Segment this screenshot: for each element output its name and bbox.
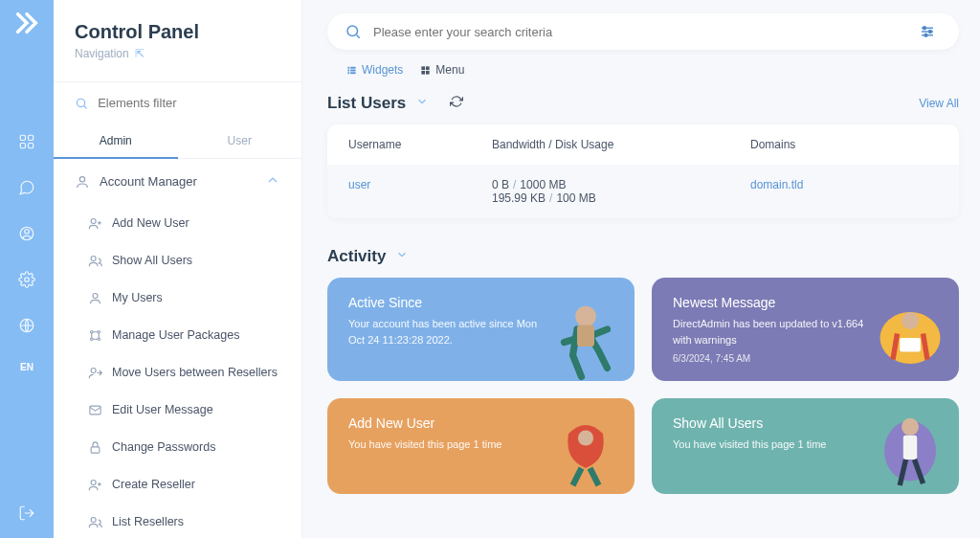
th-domains: Domains	[750, 138, 938, 151]
svg-point-20	[91, 480, 96, 484]
svg-rect-27	[347, 69, 349, 71]
card-active-since[interactable]: Active Since Your account has been activ…	[327, 278, 635, 381]
svg-point-11	[91, 256, 96, 260]
svg-point-17	[91, 368, 96, 372]
subnav-menu[interactable]: Menu	[420, 63, 464, 77]
list-icon	[346, 65, 357, 76]
svg-rect-37	[577, 325, 594, 347]
expand-icon[interactable]: ⇱	[135, 47, 145, 60]
svg-point-6	[25, 278, 30, 282]
svg-rect-31	[350, 72, 356, 74]
svg-rect-26	[347, 66, 349, 68]
view-all-link[interactable]: View All	[919, 97, 959, 110]
tab-user[interactable]: User	[178, 124, 302, 159]
table-row: user 0 B/1000 MB 195.99 KB/100 MB domain…	[327, 165, 959, 218]
search-icon	[345, 23, 362, 40]
svg-point-15	[91, 338, 94, 341]
svg-rect-19	[91, 447, 100, 453]
chevron-up-icon	[265, 172, 280, 191]
svg-rect-29	[350, 66, 356, 68]
illustration-person-walking	[867, 408, 953, 494]
tab-admin[interactable]: Admin	[54, 124, 178, 159]
svg-point-41	[578, 430, 593, 445]
sidebar-item-edit-user-message[interactable]: Edit User Message	[54, 392, 301, 429]
svg-rect-3	[29, 144, 33, 148]
user-icon[interactable]	[17, 224, 36, 243]
svg-point-36	[575, 306, 596, 327]
svg-point-14	[98, 330, 100, 333]
sidebar-item-move-users[interactable]: Move Users between Resellers	[54, 354, 301, 392]
svg-point-13	[91, 330, 94, 333]
page-title: Control Panel	[75, 21, 280, 43]
search-input[interactable]	[373, 25, 907, 39]
sidebar-item-list-resellers[interactable]: List Resellers	[54, 504, 301, 538]
search-icon	[75, 96, 88, 111]
person-icon	[75, 174, 90, 190]
svg-point-5	[25, 230, 30, 235]
chevron-down-icon[interactable]	[395, 248, 409, 265]
card-add-new-user[interactable]: Add New User You have visited this page …	[327, 398, 635, 494]
list-users-title: List Users	[327, 94, 406, 113]
sidebar-item-my-users[interactable]: My Users	[54, 280, 301, 317]
illustration-person-sitting	[543, 408, 629, 494]
svg-rect-34	[422, 70, 426, 74]
chat-icon[interactable]	[17, 178, 36, 197]
card-show-all-users[interactable]: Show All Users You have visited this pag…	[652, 398, 959, 494]
svg-point-23	[924, 27, 926, 30]
illustration-person-laptop	[867, 295, 953, 381]
elements-filter-input[interactable]	[98, 96, 280, 110]
svg-rect-0	[20, 135, 25, 140]
svg-rect-40	[900, 338, 921, 351]
sidebar-items: Add New User Show All Users My Users Man…	[54, 201, 301, 538]
refresh-icon[interactable]	[450, 95, 463, 112]
app-logo[interactable]	[13, 10, 40, 40]
language-label[interactable]: EN	[20, 362, 33, 372]
sidebar-item-create-reseller[interactable]: Create Reseller	[54, 466, 301, 504]
sidebar-item-add-new-user[interactable]: Add New User	[54, 205, 301, 242]
gear-icon[interactable]	[17, 270, 36, 289]
chevron-down-icon[interactable]	[415, 95, 429, 112]
svg-point-24	[929, 31, 932, 34]
sidebar-item-show-all-users[interactable]: Show All Users	[54, 242, 301, 280]
th-username: Username	[348, 138, 492, 151]
svg-point-43	[902, 418, 919, 436]
subnav-widgets[interactable]: Widgets	[346, 63, 403, 77]
svg-point-10	[91, 218, 96, 223]
searchbar[interactable]	[327, 13, 959, 50]
left-rail: EN	[0, 0, 54, 538]
svg-point-39	[902, 312, 919, 329]
svg-point-8	[77, 99, 84, 106]
domain-link[interactable]: domain.tld	[750, 178, 803, 191]
users-table: Username Bandwidth / Disk Usage Domains …	[327, 124, 959, 218]
svg-point-21	[91, 517, 96, 522]
main-content: Widgets Menu List Users View All Usernam…	[302, 0, 980, 538]
svg-rect-2	[20, 144, 25, 148]
svg-point-25	[924, 34, 927, 36]
card-newest-message[interactable]: Newest Message DirectAdmin has been upda…	[652, 278, 959, 381]
svg-point-16	[98, 338, 100, 341]
svg-point-12	[93, 293, 98, 298]
dashboard-icon[interactable]	[17, 132, 36, 151]
svg-rect-28	[347, 72, 349, 74]
svg-rect-33	[426, 66, 430, 70]
svg-rect-44	[903, 436, 917, 460]
sidebar-section-account-manager[interactable]: Account Manager	[54, 159, 301, 201]
illustration-person-running	[543, 295, 629, 381]
th-bandwidth: Bandwidth / Disk Usage	[492, 138, 750, 151]
svg-point-9	[79, 177, 84, 182]
svg-rect-30	[350, 69, 356, 71]
svg-rect-32	[422, 66, 426, 70]
sidebar-item-manage-user-packages[interactable]: Manage User Packages	[54, 317, 301, 354]
sliders-icon[interactable]	[919, 23, 936, 40]
activity-title: Activity	[327, 247, 386, 266]
grid-icon	[420, 65, 431, 76]
logout-icon[interactable]	[17, 504, 36, 523]
page-subtitle: Navigation	[75, 47, 129, 60]
svg-rect-35	[426, 70, 430, 74]
user-link[interactable]: user	[348, 178, 370, 191]
sidebar-item-change-passwords[interactable]: Change Passwords	[54, 429, 301, 466]
globe-icon[interactable]	[17, 316, 36, 335]
svg-rect-1	[29, 135, 33, 140]
sidebar-section-label: Account Manager	[100, 174, 197, 189]
sidebar: Control Panel Navigation ⇱ Admin User Ac…	[54, 0, 302, 538]
